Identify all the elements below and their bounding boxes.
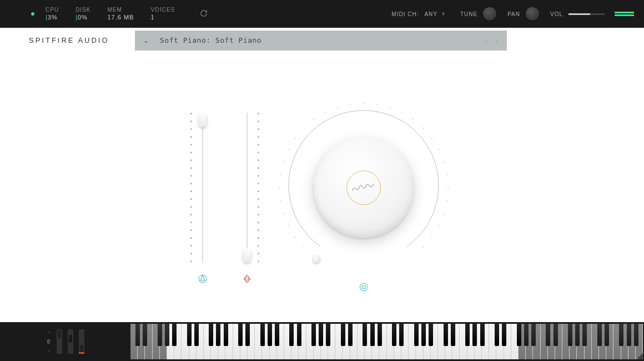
midi-channel-label: MIDI CH: [391,11,419,17]
midi-channel-value: ANY [424,11,437,17]
black-key[interactable] [568,324,572,346]
black-key[interactable] [480,324,485,346]
refresh-button[interactable] [200,9,208,18]
svg-point-6 [279,187,280,188]
black-key[interactable] [341,324,345,346]
black-key[interactable] [370,324,375,346]
reverb-knob[interactable] [280,104,447,271]
black-key[interactable] [627,324,631,346]
black-key[interactable] [465,324,470,346]
svg-point-27 [446,200,447,201]
preset-next-button[interactable]: › [496,36,499,45]
svg-point-12 [314,119,315,120]
black-key[interactable] [363,324,367,346]
velocity-slider-3[interactable] [79,329,84,354]
dynamics-handle[interactable] [243,248,251,263]
reverb-arc-handle[interactable] [313,255,320,263]
svg-point-2 [295,237,296,238]
volume-slider[interactable] [568,13,605,15]
black-key[interactable] [451,324,455,346]
black-key[interactable] [399,324,404,346]
black-key[interactable] [517,324,521,346]
svg-point-7 [280,174,281,175]
svg-point-16 [363,103,364,104]
expression-handle[interactable] [199,113,207,127]
svg-point-14 [337,107,338,108]
black-key[interactable] [260,324,265,346]
black-key[interactable] [158,324,162,346]
black-key[interactable] [634,324,638,346]
svg-point-1 [304,247,305,248]
knob-signature-icon [351,179,376,198]
svg-point-19 [401,112,402,113]
pan-knob[interactable] [526,7,539,21]
black-key[interactable] [289,324,294,346]
black-key[interactable] [194,324,199,346]
black-key[interactable] [209,324,213,346]
output-meter-icon [615,12,634,16]
black-key[interactable] [275,324,279,346]
disk-label: DISK [76,7,90,13]
preset-dropdown-icon[interactable]: ⌄ [143,37,149,44]
svg-point-17 [376,103,378,104]
black-key[interactable] [245,324,250,346]
disk-stat: DISK |0% [76,7,90,21]
black-key[interactable] [238,324,243,346]
svg-point-20 [412,119,414,120]
black-key[interactable] [502,324,506,346]
mem-stat: MEM 17.6 MB [107,7,134,21]
black-key[interactable] [224,324,228,346]
svg-point-18 [389,107,390,108]
voices-stat: VOICES 1 [150,7,175,21]
black-key[interactable] [311,324,316,346]
velocity-slider-1[interactable] [57,329,62,354]
mem-value: 17.6 MB [107,14,134,21]
black-key[interactable] [187,324,192,346]
black-key[interactable] [378,324,382,346]
black-key[interactable] [605,324,609,346]
black-key[interactable] [143,324,147,346]
black-key[interactable] [495,324,499,346]
voices-label: VOICES [150,7,175,13]
black-key[interactable] [575,324,580,346]
black-key[interactable] [597,324,602,346]
black-key[interactable] [268,324,272,346]
black-key[interactable] [421,324,426,346]
black-key[interactable] [582,324,587,346]
piano-keyboard[interactable] [130,324,643,359]
black-key[interactable] [392,324,396,346]
black-key[interactable] [429,324,433,346]
black-key[interactable] [444,324,448,346]
black-key[interactable] [348,324,353,346]
black-key[interactable] [546,324,550,346]
cpu-stat: CPU |3% [46,7,59,21]
velocity-controls: ⌃ 0 ⌄ [0,322,130,361]
pan-label: PAN [507,11,520,17]
black-key[interactable] [216,324,220,346]
black-key[interactable] [135,324,140,346]
keyboard-panel: ⌃ 0 ⌄ ◢ [0,322,644,361]
velocity-down-button[interactable]: ⌄ [47,347,51,353]
expression-slider[interactable] [197,113,208,263]
black-key[interactable] [524,324,529,346]
tune-knob[interactable] [483,7,496,21]
velocity-up-button[interactable]: ⌃ [47,331,51,337]
black-key[interactable] [326,324,330,346]
black-key[interactable] [165,324,169,346]
black-key[interactable] [472,324,477,346]
black-key[interactable] [172,324,177,346]
dynamics-slider[interactable] [242,113,253,263]
black-key[interactable] [297,324,301,346]
black-key[interactable] [531,324,536,346]
black-key[interactable] [319,324,323,346]
black-key[interactable] [619,324,623,346]
velocity-slider-2[interactable] [68,329,73,354]
svg-point-30 [431,237,432,238]
preset-selector[interactable]: ⌄ Soft Piano: Soft Piano ‹ › [135,31,507,51]
black-key[interactable] [414,324,419,346]
black-key[interactable] [554,324,558,346]
preset-prev-button[interactable]: ‹ [485,36,488,45]
midi-channel-dropdown[interactable]: ANY ▼ [424,11,446,17]
svg-point-11 [304,127,305,128]
svg-point-9 [288,148,289,149]
